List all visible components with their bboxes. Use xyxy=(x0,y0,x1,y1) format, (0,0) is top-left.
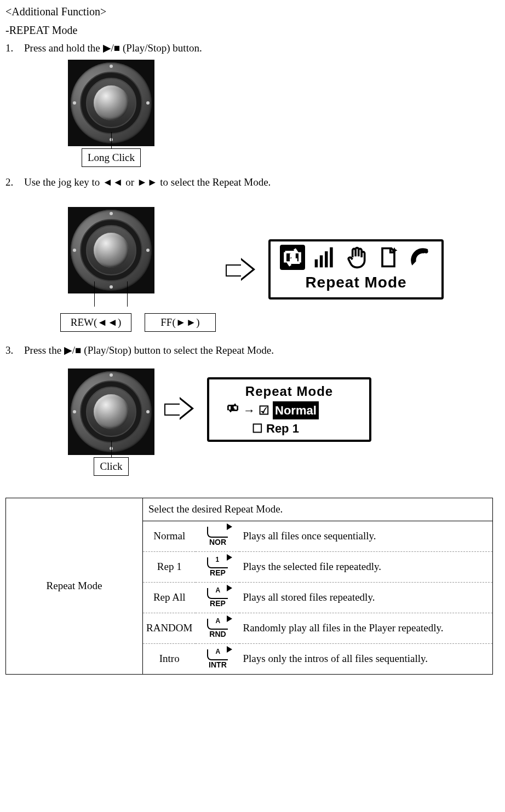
step-2-number: 2. xyxy=(5,175,24,191)
mode-name: RANDOM xyxy=(143,613,196,643)
mode-name: Normal xyxy=(143,521,196,552)
section-title-repeat: -REPEAT Mode xyxy=(5,22,500,38)
step-1-text: Press and hold the ▶/■ (Play/Stop) butto… xyxy=(24,41,500,56)
svg-rect-4 xyxy=(330,247,333,267)
mode-description: Plays the selected file repeatedly. xyxy=(239,551,492,582)
hand-icon xyxy=(345,245,369,269)
step-1: 1. Press and hold the ▶/■ (Play/Stop) bu… xyxy=(5,41,500,56)
mode-name: Rep All xyxy=(143,582,196,613)
lcd-screen-options: Repeat Mode 1 → ☑ Normal ☐ Rep 1 xyxy=(207,377,371,442)
table-row: Rep 11REPPlays the selected file repeate… xyxy=(143,551,492,582)
svg-text:1: 1 xyxy=(290,251,296,263)
checkbox-checked-icon: ☑ xyxy=(259,401,269,419)
repeat-mode-glyph-icon: ARND xyxy=(207,619,228,638)
table-row: NormalNORPlays all files once sequential… xyxy=(143,521,492,552)
table-row: Rep AllAREPPlays all stored files repeat… xyxy=(143,582,492,613)
table-row: IntroAINTRPlays only the intros of all f… xyxy=(143,643,492,674)
table-header: Select the desired Repeat Mode. xyxy=(143,498,493,521)
mode-description: Randomly play all files in the Player re… xyxy=(239,613,492,643)
arrow-right-icon: → xyxy=(243,401,255,419)
mode-name: Intro xyxy=(143,643,196,674)
repeat-mode-icon: 1 xyxy=(280,245,305,270)
click-label: Click xyxy=(94,457,128,476)
mode-description: Plays only the intros of all files seque… xyxy=(239,643,492,674)
arrow-icon xyxy=(226,257,259,282)
repeat-mode-glyph-icon: 1REP xyxy=(207,557,228,577)
arrow-icon xyxy=(164,396,197,421)
svg-point-5 xyxy=(424,249,428,253)
lcd-screen-menu: 1 Repeat Mode xyxy=(268,239,444,300)
rew-label: REW(◄◄) xyxy=(60,313,131,332)
satellite-icon xyxy=(408,245,432,269)
table-main-label: Repeat Mode xyxy=(6,498,143,675)
ff-label: FF(►►) xyxy=(145,313,216,332)
screen-label-repeat-mode: Repeat Mode xyxy=(305,271,406,294)
svg-rect-1 xyxy=(315,259,318,267)
step-2-text: Use the jog key to ◄◄ or ►► to select th… xyxy=(24,175,500,191)
mode-icon-cell: ARND xyxy=(196,613,239,643)
equalizer-icon xyxy=(313,245,337,269)
repeat-small-icon: 1 xyxy=(226,402,240,418)
long-click-label: Long Click xyxy=(82,148,141,168)
mode-icon-cell: NOR xyxy=(196,521,239,552)
repeat-mode-glyph-icon: NOR xyxy=(207,527,228,546)
option-rep1: Rep 1 xyxy=(266,419,299,437)
repeat-mode-glyph-icon: AREP xyxy=(207,588,228,607)
svg-rect-3 xyxy=(325,251,328,267)
repeat-mode-glyph-icon: AINTR xyxy=(207,649,228,669)
mode-icon-cell: 1REP xyxy=(196,551,239,582)
step-3: 3. Press the ▶/■ (Play/Stop) button to s… xyxy=(5,343,500,359)
table-row: RANDOMARNDRandomly play all files in the… xyxy=(143,613,492,643)
step-3-number: 3. xyxy=(5,343,24,359)
jog-dial-diagram-2 xyxy=(68,207,154,293)
option-normal-selected: Normal xyxy=(273,401,319,419)
svg-rect-2 xyxy=(320,255,323,267)
step-2: 2. Use the jog key to ◄◄ or ►► to select… xyxy=(5,175,500,191)
repeat-mode-table: Repeat Mode Select the desired Repeat Mo… xyxy=(5,498,493,675)
step-1-number: 1. xyxy=(5,41,24,56)
mode-description: Plays all files once sequentially. xyxy=(239,521,492,552)
mode-name: Rep 1 xyxy=(143,551,196,582)
section-title-additional: <Additional Function> xyxy=(5,3,500,20)
document-sparkle-icon xyxy=(376,245,400,269)
mode-icon-cell: AREP xyxy=(196,582,239,613)
step-3-text: Press the ▶/■ (Play/Stop) button to sele… xyxy=(24,343,500,359)
mode-icon-cell: AINTR xyxy=(196,643,239,674)
mode-description: Plays all stored files repeatedly. xyxy=(239,582,492,613)
svg-text:1: 1 xyxy=(231,405,234,411)
screen2-title: Repeat Mode xyxy=(215,382,364,401)
checkbox-unchecked-icon: ☐ xyxy=(252,419,263,437)
